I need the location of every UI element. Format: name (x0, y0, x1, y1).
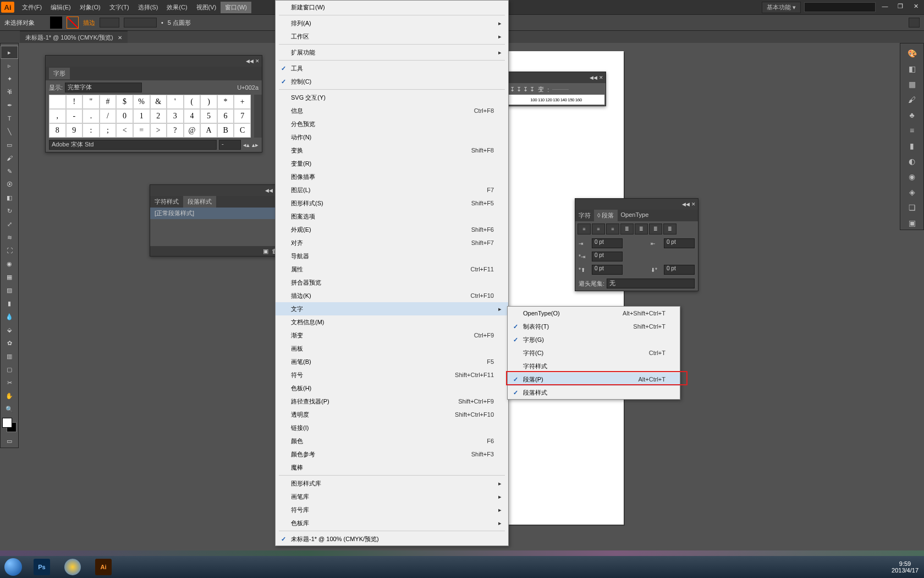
blend-tool[interactable]: ⬙ (1, 323, 18, 336)
glyph-grid[interactable]: !"#$%&'()*+,-./0123456789:;<=>?@ABC (49, 95, 251, 138)
glyph-cell[interactable]: 3 (167, 109, 184, 123)
space-after-input[interactable]: 0 pt (664, 265, 695, 275)
glyph-cell[interactable]: $ (116, 95, 133, 109)
font-style-dropdown[interactable]: - (219, 140, 241, 150)
glyph-cell[interactable]: . (82, 109, 100, 123)
width-tool[interactable]: ≋ (1, 231, 18, 244)
glyph-cell[interactable]: " (82, 95, 100, 109)
glyph-cell[interactable]: 4 (184, 109, 201, 123)
rectangle-tool[interactable]: ▭ (1, 138, 18, 151)
align-left[interactable]: ≡ (578, 223, 591, 235)
ruler[interactable]: 100 110 120 130 140 150 160 (508, 95, 604, 105)
collapse-icon[interactable]: ◀◀ (246, 58, 254, 64)
menu-item[interactable]: 拼合器预览 (276, 276, 508, 289)
selection-tool[interactable]: ▸ (1, 46, 18, 59)
pen-tool[interactable]: ✒ (1, 99, 18, 112)
opentype-tab[interactable]: OpenType (618, 210, 652, 221)
show-dropdown[interactable]: 完整字体 (65, 83, 142, 92)
glyph-cell[interactable]: * (217, 95, 234, 109)
glyph-cell[interactable]: , (49, 109, 66, 123)
taskbar-ie[interactable] (58, 557, 87, 577)
glyph-cell[interactable]: & (150, 95, 167, 109)
align-center[interactable]: ≡ (592, 223, 605, 235)
menu-window[interactable]: 窗口(W) (221, 2, 251, 13)
dock-artboards-icon[interactable]: ▣ (904, 216, 920, 230)
mesh-tool[interactable]: ▨ (1, 283, 18, 297)
dock-appearance-icon[interactable]: ◉ (904, 170, 920, 183)
blob-brush-tool[interactable]: ⦿ (1, 178, 18, 191)
menu-item[interactable]: 对齐Shift+F7 (276, 236, 508, 249)
justify-center[interactable]: ≣ (635, 223, 648, 235)
glyph-cell[interactable]: B (217, 123, 234, 138)
menu-item[interactable]: 属性Ctrl+F11 (276, 263, 508, 276)
scale-tool[interactable]: ⤢ (1, 217, 18, 231)
glyph-cell[interactable]: = (133, 123, 150, 138)
menu-item[interactable]: 新建窗口(W) (276, 1, 508, 14)
glyph-cell[interactable]: % (133, 95, 150, 109)
menu-edit[interactable]: 编辑(E) (46, 2, 75, 13)
glyph-cell[interactable]: ) (200, 95, 217, 109)
menu-item[interactable]: OpenType(O)Alt+Shift+Ctrl+T (508, 307, 680, 320)
right-indent-input[interactable]: 0 pt (664, 238, 695, 248)
position-input[interactable] (552, 89, 569, 90)
collapse-icon[interactable]: ◀◀ (682, 201, 690, 207)
menu-item[interactable]: 透明度Shift+Ctrl+F10 (276, 408, 508, 421)
menu-item[interactable]: 颜色参考Shift+F3 (276, 448, 508, 461)
zoom-in-icon[interactable]: ▴▸ (252, 141, 258, 149)
menu-object[interactable]: 对象(O) (75, 2, 105, 13)
taskbar-illustrator[interactable]: Ai (89, 557, 118, 577)
menu-item[interactable]: 字符样式 (508, 359, 680, 373)
menu-item[interactable]: 图形样式(S)Shift+F5 (276, 197, 508, 210)
menu-item[interactable]: 路径查找器(P)Shift+Ctrl+F9 (276, 395, 508, 408)
dock-color-icon[interactable]: 🎨 (904, 47, 920, 60)
glyph-cell[interactable]: ' (167, 95, 184, 109)
column-graph-tool[interactable]: ▥ (1, 350, 18, 363)
menu-effect[interactable]: 效果(C) (162, 2, 191, 13)
search-input[interactable] (804, 2, 876, 12)
menu-item[interactable]: 扩展功能▸ (276, 46, 508, 59)
glyph-cell[interactable]: : (82, 123, 100, 138)
collapse-icon[interactable]: ◀◀ (265, 188, 273, 193)
menu-item[interactable]: 字符(C)Ctrl+T (508, 346, 680, 359)
glyph-cell[interactable]: 8 (49, 123, 66, 138)
first-line-indent-input[interactable]: 0 pt (592, 252, 623, 261)
glyph-cell[interactable]: - (66, 109, 83, 123)
menu-item[interactable]: 文档信息(M) (276, 315, 508, 329)
dock-brushes-icon[interactable]: 🖌 (904, 93, 920, 106)
taskbar-photoshop[interactable]: Ps (27, 557, 57, 577)
close-button[interactable]: ✕ (910, 3, 922, 12)
menu-item[interactable]: 画板 (276, 342, 508, 355)
menu-item[interactable]: ✓段落样式 (508, 386, 680, 399)
glyph-cell[interactable]: A (200, 123, 217, 138)
paragraph-styles-tab[interactable]: 段落样式 (183, 196, 216, 208)
dock-color-guide-icon[interactable]: ◧ (904, 62, 920, 75)
menu-item[interactable]: 图像描摹 (276, 170, 508, 183)
menu-item[interactable]: 工作区▸ (276, 30, 508, 43)
menu-item[interactable]: 图案选项 (276, 210, 508, 223)
artboard-tool[interactable]: ▢ (1, 363, 18, 376)
close-icon[interactable]: ✕ (691, 201, 696, 207)
glyph-cell[interactable]: ! (66, 95, 83, 109)
glyph-cell[interactable]: + (234, 95, 251, 109)
dock-symbols-icon[interactable]: ♣ (904, 108, 920, 122)
glyph-cell[interactable]: 1 (133, 109, 150, 123)
align-right[interactable]: ≡ (606, 223, 619, 235)
stroke-swatch[interactable] (67, 17, 79, 29)
fill-swatch[interactable] (50, 17, 62, 29)
line-tool[interactable]: ╲ (1, 125, 18, 138)
glyph-cell[interactable]: 2 (150, 109, 167, 123)
close-icon[interactable]: ✕ (599, 75, 603, 80)
glyph-cell[interactable]: 7 (234, 109, 251, 123)
menu-item[interactable]: 排列(A)▸ (276, 17, 508, 30)
glyph-cell[interactable]: C (234, 123, 251, 138)
menu-item[interactable]: ✓制表符(T)Shift+Ctrl+T (508, 320, 680, 333)
pencil-tool[interactable]: ✎ (1, 165, 18, 178)
menu-item[interactable]: ✓控制(C) (276, 75, 508, 88)
glyph-cell[interactable]: ? (167, 123, 184, 138)
glyph-cell[interactable]: 0 (116, 109, 133, 123)
menu-item[interactable]: 文字▸ (276, 302, 508, 315)
styles-list[interactable]: [正常段落样式] (150, 208, 281, 246)
close-icon[interactable]: ✕ (118, 35, 122, 41)
glyph-cell[interactable]: 9 (66, 123, 83, 138)
menu-type[interactable]: 文字(T) (105, 2, 134, 13)
